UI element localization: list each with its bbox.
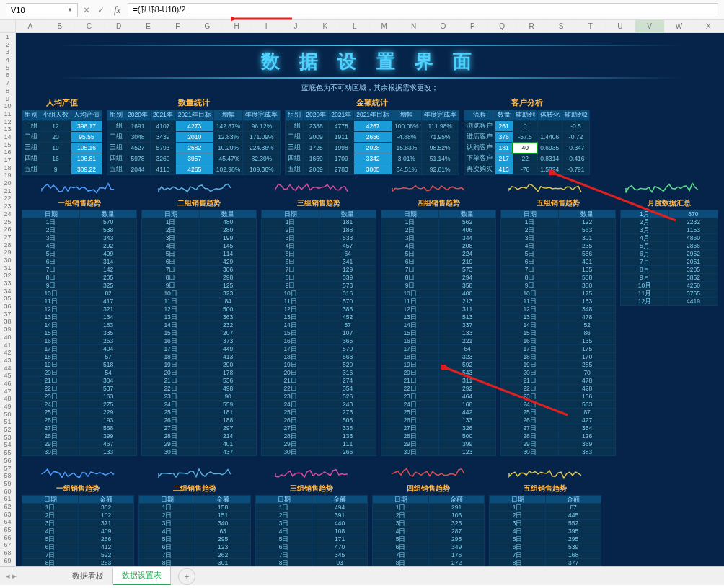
data-cell[interactable]: 205 <box>80 274 137 282</box>
data-cell[interactable]: 四组 <box>286 153 304 164</box>
data-cell[interactable]: 6日 <box>256 543 312 551</box>
data-cell[interactable]: 399 <box>439 440 496 448</box>
data-cell[interactable]: 20日 <box>22 369 80 377</box>
data-cell[interactable]: 295 <box>195 535 251 543</box>
data-cell[interactable]: 64 <box>439 345 496 353</box>
col-header[interactable]: M <box>370 20 399 32</box>
data-cell[interactable]: 404 <box>80 345 137 353</box>
data-cell[interactable]: 111 <box>319 440 376 448</box>
row-header[interactable]: 42 <box>0 349 15 357</box>
data-cell[interactable]: 518 <box>80 361 137 369</box>
data-cell[interactable]: 18日 <box>501 353 559 361</box>
data-cell[interactable]: 86 <box>559 329 616 337</box>
data-cell[interactable]: 22日 <box>501 385 559 393</box>
data-cell[interactable]: 8日 <box>139 559 195 567</box>
data-cell[interactable]: 9 <box>40 164 71 175</box>
tab-data-settings[interactable]: 数据设置表 <box>113 567 171 585</box>
data-cell[interactable]: 25日 <box>381 409 439 416</box>
row-header[interactable]: 68 <box>0 549 15 557</box>
name-box[interactable]: V10 ▼ <box>6 3 78 17</box>
data-cell[interactable]: 262 <box>195 551 251 559</box>
data-cell[interactable]: 4265 <box>175 164 213 175</box>
data-cell[interactable]: 3957 <box>175 153 213 164</box>
data-cell[interactable]: 84 <box>200 298 257 306</box>
col-header[interactable]: F <box>163 20 193 32</box>
col-header[interactable]: J <box>281 20 311 32</box>
data-cell[interactable]: 17日 <box>262 345 319 353</box>
row-header[interactable]: 49 <box>0 403 15 411</box>
data-cell[interactable]: 9月 <box>621 274 669 282</box>
data-cell[interactable]: 5月 <box>621 242 669 250</box>
data-cell[interactable]: 63 <box>195 527 251 535</box>
trend-table[interactable]: 日期数量1日5622日4063日3444日2085日2246日2197日5738… <box>381 210 496 456</box>
col-header[interactable]: H <box>222 20 252 32</box>
data-cell[interactable]: 556 <box>559 250 616 258</box>
row-header[interactable]: 52 <box>0 426 15 434</box>
data-cell[interactable]: 232 <box>200 321 257 329</box>
data-cell[interactable]: 345 <box>312 551 368 559</box>
data-cell[interactable]: 1日 <box>22 504 79 512</box>
data-cell[interactable]: 106 <box>429 512 485 520</box>
data-cell[interactable]: 进店客户 <box>464 132 495 143</box>
data-cell[interactable]: 4860 <box>668 234 718 242</box>
data-cell[interactable]: 354 <box>559 424 616 432</box>
data-cell[interactable]: 26日 <box>262 416 319 424</box>
data-cell[interactable]: 383 <box>559 448 616 456</box>
data-cell[interactable]: 335 <box>80 329 137 337</box>
data-cell[interactable]: 0 <box>513 121 537 132</box>
data-cell[interactable]: 301 <box>195 559 251 567</box>
data-cell[interactable]: 526 <box>319 393 376 401</box>
data-cell[interactable]: 82.39% <box>243 153 281 164</box>
data-cell[interactable]: 2866 <box>668 242 718 250</box>
tab-nav[interactable]: ◂ ▸ <box>6 571 63 581</box>
data-cell[interactable]: 17日 <box>381 345 439 353</box>
col-header[interactable]: D <box>105 20 134 32</box>
data-cell[interactable]: 15.83% <box>392 143 422 153</box>
data-cell[interactable]: 20日 <box>262 369 319 377</box>
data-cell[interactable]: 6日 <box>139 543 195 551</box>
data-cell[interactable]: 2582 <box>175 143 213 153</box>
row-header[interactable]: 23 <box>0 202 15 210</box>
row-header[interactable]: 35 <box>0 295 15 303</box>
data-cell[interactable]: 21日 <box>22 377 80 385</box>
data-cell[interactable]: 6日 <box>373 543 429 551</box>
data-cell[interactable]: 12.83% <box>213 132 243 143</box>
data-cell[interactable]: 409 <box>79 527 134 535</box>
data-cell[interactable]: 15日 <box>22 329 80 337</box>
data-cell[interactable]: 213 <box>439 298 496 306</box>
data-cell[interactable]: 1日 <box>139 504 195 512</box>
col-header[interactable]: C <box>75 20 105 32</box>
data-cell[interactable]: 181 <box>495 143 513 153</box>
data-cell[interactable]: 2010 <box>175 132 213 143</box>
row-header[interactable]: 8 <box>0 87 15 95</box>
data-cell[interactable]: 22日 <box>262 385 319 393</box>
data-cell[interactable]: 34.51% <box>392 164 422 175</box>
data-cell[interactable]: 16日 <box>22 337 80 345</box>
data-cell[interactable]: 14日 <box>501 321 559 329</box>
data-cell[interactable]: 304 <box>80 377 137 385</box>
row-header[interactable]: 20 <box>0 179 15 187</box>
data-cell[interactable]: 4日 <box>262 242 319 250</box>
col-header[interactable]: L <box>340 20 370 32</box>
data-cell[interactable]: 12日 <box>262 306 319 313</box>
data-cell[interactable]: 28日 <box>381 432 439 440</box>
data-cell[interactable]: 26日 <box>22 416 80 424</box>
data-cell[interactable]: 11日 <box>501 298 559 306</box>
data-cell[interactable]: 4日 <box>373 527 429 535</box>
data-cell[interactable]: 498 <box>200 385 257 393</box>
trend-table[interactable]: 日期数量1日4802日2803日1994日1455日1146日4297日3068… <box>141 210 257 456</box>
data-cell[interactable]: 6日 <box>22 258 80 266</box>
data-cell[interactable]: 9日 <box>501 282 559 290</box>
data-cell[interactable]: 93 <box>312 559 368 567</box>
data-cell[interactable]: 442 <box>439 409 496 416</box>
data-cell[interactable]: 23日 <box>501 393 559 401</box>
data-cell[interactable]: 4778 <box>329 121 354 132</box>
data-cell[interactable]: 11日 <box>142 298 200 306</box>
data-cell[interactable]: 3439 <box>150 132 175 143</box>
row-header[interactable]: 45 <box>0 372 15 380</box>
data-cell[interactable]: 16日 <box>381 337 439 345</box>
data-cell[interactable]: 133 <box>319 432 376 440</box>
data-cell[interactable]: 563 <box>559 226 616 234</box>
row-header[interactable]: 26 <box>0 226 15 233</box>
data-cell[interactable]: 8日 <box>262 274 319 282</box>
